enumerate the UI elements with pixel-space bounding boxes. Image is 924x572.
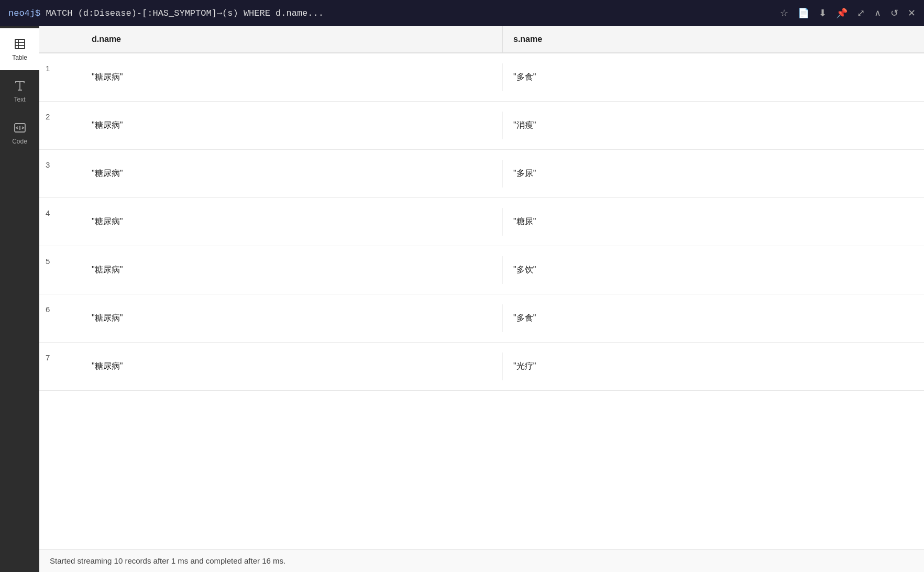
cell-dname: "糖尿病" (81, 353, 503, 380)
cell-dname: "糖尿病" (81, 160, 503, 188)
status-text: Started streaming 10 records after 1 ms … (50, 556, 285, 565)
sidebar-item-table-label: Table (12, 54, 27, 61)
svg-rect-0 (15, 39, 25, 49)
download-icon[interactable]: ⬇ (819, 7, 827, 19)
table-row: 2 "糖尿病" "消瘦" (39, 102, 924, 150)
code-icon (14, 122, 26, 136)
col-sname-header: s.name (503, 26, 924, 52)
table-row: 4 "糖尿病" "糖尿" (39, 198, 924, 246)
table-row: 6 "糖尿病" "多食" (39, 294, 924, 343)
refresh-icon[interactable]: ↺ (890, 7, 898, 19)
cell-sname: "消瘦" (503, 112, 924, 139)
main-content: Table Text Code (0, 26, 924, 572)
cell-row-num: 2 (39, 102, 81, 129)
cell-row-num: 5 (39, 246, 81, 274)
table-area: d.name s.name 1 "糖尿病" "多食" 2 "糖尿病" "消瘦" … (39, 26, 924, 572)
cell-dname: "糖尿病" (81, 112, 503, 139)
star-icon[interactable]: ☆ (780, 7, 788, 19)
sidebar-item-code[interactable]: Code (0, 112, 39, 154)
save-icon[interactable]: 📄 (798, 7, 809, 19)
cell-dname: "糖尿病" (81, 63, 503, 91)
cell-sname: "光疗" (503, 353, 924, 380)
table-row: 1 "糖尿病" "多食" (39, 53, 924, 102)
cell-row-num: 7 (39, 343, 81, 370)
sidebar: Table Text Code (0, 26, 39, 572)
sidebar-item-text-label: Text (14, 96, 25, 103)
cell-sname: "多尿" (503, 160, 924, 188)
pin-icon[interactable]: 📌 (836, 7, 848, 19)
table-row: 3 "糖尿病" "多尿" (39, 150, 924, 198)
sidebar-item-text[interactable]: Text (0, 70, 39, 112)
cell-sname: "多食" (503, 304, 924, 332)
collapse-icon[interactable]: ∧ (874, 7, 881, 19)
table-row: 5 "糖尿病" "多饮" (39, 246, 924, 294)
cell-row-num: 1 (39, 53, 81, 81)
sidebar-item-table[interactable]: Table (0, 28, 39, 70)
table-row: 7 "糖尿病" "光疗" (39, 343, 924, 391)
cell-sname: "多食" (503, 63, 924, 91)
cell-dname: "糖尿病" (81, 304, 503, 332)
prompt-prefix: neo4j$ (8, 8, 40, 18)
cell-dname: "糖尿病" (81, 208, 503, 236)
query-prompt: neo4j$ MATCH (d:Disease)-[:HAS_SYMPTOM]→… (8, 8, 780, 18)
cell-row-num: 3 (39, 150, 81, 178)
table-header: d.name s.name (39, 26, 924, 53)
sidebar-item-code-label: Code (12, 138, 27, 145)
cell-sname: "糖尿" (503, 208, 924, 236)
cell-row-num: 4 (39, 198, 81, 226)
col-dname-header: d.name (81, 26, 503, 52)
close-icon[interactable]: ✕ (908, 7, 916, 19)
toolbar-icons: ☆ 📄 ⬇ 📌 ⤢ ∧ ↺ ✕ (780, 7, 916, 19)
status-bar: Started streaming 10 records after 1 ms … (39, 549, 924, 572)
query-text: MATCH (d:Disease)-[:HAS_SYMPTOM]→(s) WHE… (46, 8, 324, 18)
text-icon (14, 80, 26, 94)
table-icon (14, 38, 26, 52)
top-bar: neo4j$ MATCH (d:Disease)-[:HAS_SYMPTOM]→… (0, 0, 924, 26)
cell-row-num: 6 (39, 294, 81, 322)
cell-dname: "糖尿病" (81, 256, 503, 284)
cell-sname: "多饮" (503, 256, 924, 284)
col-num-header (39, 26, 81, 52)
expand-icon[interactable]: ⤢ (857, 7, 865, 19)
table-body[interactable]: 1 "糖尿病" "多食" 2 "糖尿病" "消瘦" 3 "糖尿病" "多尿" 4… (39, 53, 924, 549)
